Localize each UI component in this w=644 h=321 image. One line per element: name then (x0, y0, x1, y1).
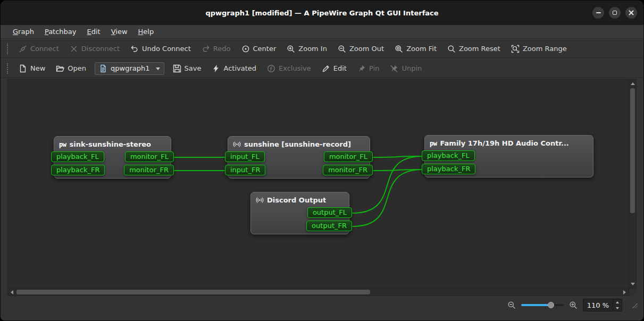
zoom-spinbox[interactable]: 110 % (583, 299, 622, 311)
zoom-in-icon (569, 301, 578, 309)
vertical-scrollbar[interactable] (629, 79, 637, 289)
edit-button[interactable]: Edit (317, 62, 352, 75)
connect-button[interactable]: Connect (14, 42, 64, 56)
port-monitor-fr[interactable]: monitor_FR (124, 165, 174, 175)
zoom-reset-button[interactable]: Zoom Reset (442, 42, 505, 56)
disconnect-icon (70, 45, 78, 53)
port-playback-fl[interactable]: playback_FL (422, 150, 475, 161)
zoom-fit-button[interactable]: Zoom Fit (390, 42, 441, 56)
port-playback-fl[interactable]: playback_FL (51, 151, 104, 162)
toolbar-handle[interactable] (7, 44, 8, 54)
save-button[interactable]: Save (168, 62, 206, 75)
new-icon (19, 64, 27, 73)
scroll-down-icon[interactable] (631, 283, 635, 285)
zoom-range-button[interactable]: Zoom Range (506, 42, 572, 56)
menu-patchbay[interactable]: Patchbay (40, 26, 81, 37)
statusbar: 110 % (1, 296, 643, 314)
open-icon (56, 64, 64, 73)
scroll-right-icon[interactable] (623, 290, 626, 294)
close-button[interactable] (625, 7, 637, 19)
zoom-out-button[interactable]: Zoom Out (333, 42, 389, 56)
unpin-button[interactable]: Unpin (385, 62, 426, 75)
menu-view[interactable]: View (106, 26, 132, 37)
zoom-slider-handle[interactable] (548, 302, 554, 308)
monitor-icon (233, 140, 241, 148)
resize-grip[interactable] (631, 301, 638, 309)
exclusive-toggle[interactable]: Exclusive (262, 62, 316, 75)
window-title: qpwgraph1 [modified] — A PipeWire Graph … (205, 9, 438, 17)
port-output-fl[interactable]: output_FL (307, 207, 352, 218)
port-playback-fr[interactable]: playback_FR (51, 165, 105, 175)
node-title: Family 17h/19h HD Audio Contr... (440, 139, 568, 147)
menubar: GraphPatchbayEditViewHelp (1, 25, 643, 39)
menu-help[interactable]: Help (133, 26, 159, 37)
graph-node-sink[interactable]: pwsink-sunshine-stereoplayback_FLmonitor… (54, 136, 171, 179)
zoom-reset-icon (447, 45, 456, 53)
scroll-left-icon[interactable] (11, 290, 13, 294)
port-input-fr[interactable]: input_FR (225, 165, 265, 175)
zoom-out-icon (338, 45, 346, 53)
chevron-down-icon (616, 307, 619, 309)
graph-node-sunshine[interactable]: sunshine [sunshine-record]input_FLmonito… (228, 136, 370, 179)
combo-value: qpwgraph1 (111, 64, 149, 72)
port-monitor-fl[interactable]: monitor_FL (324, 151, 373, 162)
toolbar-handle[interactable] (7, 63, 8, 74)
vertical-scroll-thumb[interactable] (630, 88, 635, 213)
graph-node-discord[interactable]: Discord Outputoutput_FLoutput_FR (250, 192, 349, 234)
app-window: qpwgraph1 [modified] — A PipeWire Graph … (0, 0, 644, 321)
titlebar[interactable]: qpwgraph1 [modified] — A PipeWire Graph … (1, 1, 643, 25)
chevron-up-icon (616, 301, 619, 303)
pin-icon (357, 64, 366, 73)
zoom-range-icon (511, 45, 520, 53)
activated-toggle[interactable]: Activated (207, 62, 261, 75)
connect-icon (19, 45, 27, 53)
pin-button[interactable]: Pin (353, 62, 384, 75)
port-input-fl[interactable]: input_FL (225, 151, 265, 162)
zoom-slider-fill (521, 304, 551, 306)
horizontal-scroll-thumb[interactable] (16, 290, 370, 294)
file-icon (99, 64, 107, 73)
port-monitor-fr[interactable]: monitor_FR (323, 165, 373, 175)
zoom-value[interactable]: 110 % (583, 299, 613, 311)
port-output-fr[interactable]: output_FR (306, 221, 352, 231)
undo-connect-button[interactable]: Undo Connect (126, 42, 196, 56)
zoom-fit-icon (395, 45, 403, 53)
minimize-icon (596, 12, 601, 13)
spin-arrows (613, 299, 622, 311)
port-monitor-fl[interactable]: monitor_FL (125, 151, 174, 162)
patchbay-profile-combo[interactable]: qpwgraph1 (95, 62, 164, 75)
center-icon (241, 45, 250, 53)
center-button[interactable]: Center (237, 42, 281, 56)
horizontal-scrollbar[interactable] (7, 289, 629, 296)
zoom-slider[interactable] (521, 301, 564, 309)
unpin-icon (390, 64, 398, 73)
scrollbar-corner (629, 289, 637, 296)
graph-canvas[interactable]: pwsink-sunshine-stereoplayback_FLmonitor… (7, 79, 629, 289)
chevron-down-icon (156, 67, 160, 72)
spin-up-button[interactable] (613, 299, 622, 305)
menu-graph[interactable]: Graph (8, 26, 39, 37)
save-icon (173, 64, 181, 73)
redo-icon (202, 45, 210, 53)
redo-button[interactable]: Redo (197, 42, 236, 56)
toolbar-main: ConnectDisconnectUndo ConnectRedoCenterZ… (1, 39, 643, 58)
graph-node-family[interactable]: pwFamily 17h/19h HD Audio Contr...playba… (424, 135, 593, 178)
window-controls (592, 1, 637, 25)
zoom-in-button[interactable]: Zoom In (282, 42, 332, 56)
scroll-up-icon[interactable] (631, 82, 635, 85)
pipewire-icon: pw (430, 140, 437, 147)
menu-edit[interactable]: Edit (82, 26, 105, 37)
exclusive-icon (267, 64, 275, 73)
spin-down-button[interactable] (613, 305, 622, 311)
zoom-out-icon (507, 301, 516, 309)
disconnect-button[interactable]: Disconnect (65, 42, 124, 56)
minimize-button[interactable] (592, 7, 604, 19)
node-title: sunshine [sunshine-record] (244, 140, 351, 148)
port-playback-fr[interactable]: playback_FR (422, 164, 475, 174)
new-button[interactable]: New (14, 62, 50, 75)
canvas-frame: pwsink-sunshine-stereoplayback_FLmonitor… (1, 78, 643, 296)
monitor-icon (256, 196, 264, 204)
pipewire-icon: pw (59, 141, 66, 148)
open-button[interactable]: Open (51, 62, 91, 75)
maximize-button[interactable] (609, 7, 621, 19)
